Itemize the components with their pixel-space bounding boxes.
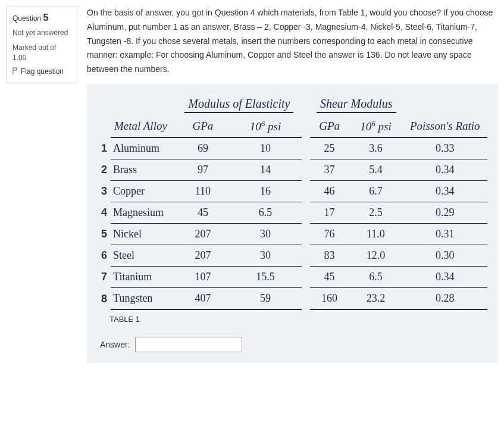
table-row: 2Brass9714375.40.34: [98, 159, 487, 181]
cell-e-psi: 14: [229, 159, 302, 181]
flag-label: Flag question: [21, 67, 64, 77]
question-number: Question 5: [12, 12, 71, 23]
row-number: 8: [98, 288, 111, 310]
cell-poisson: 0.34: [403, 159, 487, 181]
row-number: 2: [98, 159, 111, 181]
group-header-shear: Shear Modulus: [310, 93, 403, 114]
table-row: 3Copper11016466.70.34: [98, 181, 487, 202]
cell-poisson: 0.29: [403, 202, 487, 224]
cell-g-psi: 5.4: [349, 159, 402, 181]
col-e-gpa: GPa: [177, 114, 229, 137]
table-container: Modulus of Elasticity Shear Modulus Meta…: [87, 84, 498, 363]
cell-g-gpa: 25: [310, 137, 349, 159]
marked-value: 1.00: [12, 54, 26, 62]
row-number: 5: [98, 224, 111, 245]
cell-g-psi: 6.5: [349, 267, 402, 288]
row-number: 3: [98, 181, 111, 202]
cell-e-psi: 15.5: [229, 267, 302, 288]
cell-e-psi: 30: [229, 245, 302, 267]
cell-e-gpa: 107: [177, 267, 229, 288]
table-row: 4Magnesium456.5172.50.29: [98, 202, 487, 224]
cell-g-gpa: 160: [310, 288, 349, 310]
cell-e-psi: 10: [229, 137, 302, 159]
row-number: 1: [98, 137, 111, 159]
cell-g-gpa: 46: [310, 181, 349, 202]
question-label: Question: [12, 14, 41, 23]
cell-g-psi: 23.2: [349, 288, 402, 310]
question-text: On the basis of answer, you got in Quest…: [87, 6, 498, 77]
cell-poisson: 0.30: [403, 245, 487, 267]
col-g-gpa: GPa: [310, 114, 349, 137]
cell-poisson: 0.34: [403, 181, 487, 202]
cell-e-gpa: 97: [177, 159, 229, 181]
cell-e-gpa: 45: [177, 202, 229, 224]
materials-table: Modulus of Elasticity Shear Modulus Meta…: [98, 93, 487, 310]
flag-question-link[interactable]: Flag question: [12, 67, 71, 77]
question-info-panel: Question 5 Not yet answered Marked out o…: [6, 6, 77, 83]
answer-status: Not yet answered: [12, 28, 71, 38]
cell-g-psi: 12.0: [349, 245, 402, 267]
cell-g-psi: 3.6: [349, 137, 402, 159]
marked-out-of: Marked out of 1.00: [12, 43, 71, 63]
col-poisson: Poisson's Ratio: [403, 114, 487, 137]
table-row: 8Tungsten4075916023.20.28: [98, 288, 487, 310]
cell-g-psi: 11.0: [349, 224, 402, 245]
cell-poisson: 0.31: [403, 224, 487, 245]
cell-metal: Magnesium: [111, 202, 177, 224]
cell-g-gpa: 37: [310, 159, 349, 181]
cell-e-psi: 6.5: [229, 202, 302, 224]
table-row: 7Titanium10715.5456.50.34: [98, 267, 487, 288]
col-e-psi: 106 psi: [229, 114, 302, 137]
cell-e-gpa: 69: [177, 137, 229, 159]
cell-e-psi: 30: [229, 224, 302, 245]
table-caption: TABLE 1: [109, 315, 487, 324]
cell-poisson: 0.28: [403, 288, 487, 310]
cell-g-psi: 6.7: [349, 181, 402, 202]
col-g-psi: 106 psi: [349, 114, 402, 137]
cell-e-gpa: 207: [177, 245, 229, 267]
cell-e-psi: 16: [229, 181, 302, 202]
table-row: 6Steel207308312.00.30: [98, 245, 487, 267]
cell-metal: Nickel: [111, 224, 177, 245]
cell-g-gpa: 76: [310, 224, 349, 245]
row-number: 7: [98, 267, 111, 288]
answer-input[interactable]: [135, 337, 242, 352]
answer-label: Answer:: [100, 340, 130, 349]
cell-poisson: 0.34: [403, 267, 487, 288]
cell-metal: Titanium: [111, 267, 177, 288]
cell-metal: Copper: [111, 181, 177, 202]
table-row: 5Nickel207307611.00.31: [98, 224, 487, 245]
row-number: 4: [98, 202, 111, 224]
group-header-modulus: Modulus of Elasticity: [177, 93, 302, 114]
cell-g-gpa: 17: [310, 202, 349, 224]
cell-metal: Steel: [111, 245, 177, 267]
table-row: 1Aluminum6910253.60.33: [98, 137, 487, 159]
cell-e-gpa: 110: [177, 181, 229, 202]
cell-g-gpa: 45: [310, 267, 349, 288]
question-number-value: 5: [43, 12, 48, 23]
cell-e-gpa: 207: [177, 224, 229, 245]
cell-g-gpa: 83: [310, 245, 349, 267]
cell-metal: Brass: [111, 159, 177, 181]
flag-icon: [12, 67, 18, 74]
cell-e-gpa: 407: [177, 288, 229, 310]
marked-label: Marked out of: [12, 43, 56, 52]
question-main: On the basis of answer, you got in Quest…: [87, 6, 498, 363]
cell-poisson: 0.33: [403, 137, 487, 159]
row-number: 6: [98, 245, 111, 267]
col-metal: Metal Alloy: [111, 114, 177, 137]
cell-g-psi: 2.5: [349, 202, 402, 224]
cell-metal: Tungsten: [111, 288, 177, 310]
cell-e-psi: 59: [229, 288, 302, 310]
answer-row: Answer:: [100, 337, 487, 352]
cell-metal: Aluminum: [111, 137, 177, 159]
